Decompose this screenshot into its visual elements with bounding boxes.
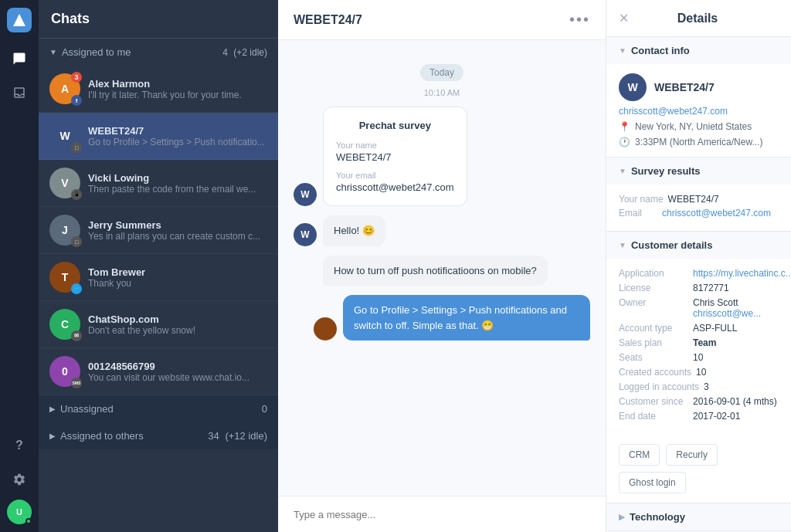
more-options-icon[interactable]: ••• — [569, 11, 590, 29]
chat-info-alex: Alex Harmon I'll try it later. Thank you… — [88, 78, 267, 100]
customer-details-chevron-icon: ▼ — [619, 241, 626, 249]
contact-time: 3:33PM (North America/New...) — [635, 137, 762, 147]
nav-logo — [7, 8, 32, 32]
chat-name-chatshop: ChatShop.com — [88, 313, 267, 325]
facebook-platform-icon: f — [71, 95, 82, 106]
location-icon: 📍 — [619, 121, 630, 132]
chat-info-jerry: Jerry Summers Yes in all plans you can c… — [88, 219, 267, 242]
chat-name-sms: 001248566799 — [88, 361, 267, 372]
recurly-button[interactable]: Recurly — [666, 444, 718, 466]
unassigned-chevron-icon: ▶ — [49, 405, 56, 413]
chat-list: A 3 f Alex Harmon I'll try it later. Tha… — [39, 66, 278, 395]
survey-card: Prechat survey Your name WEBET24/7 Your … — [323, 107, 467, 206]
survey-email-value: chrisscott@webet247.com — [336, 181, 454, 193]
ghost-login-button[interactable]: Ghost login — [619, 472, 686, 493]
chat-item-vicki[interactable]: V 📱 Vicki Lowing Then paste the code fro… — [39, 160, 278, 207]
survey-results-body: Your name WEBET24/7 Email chrisscott@web… — [606, 185, 791, 231]
owner-email-link[interactable]: chrisscott@we... — [693, 308, 761, 319]
license-label: License — [619, 283, 688, 293]
nav-chat-icon[interactable] — [5, 45, 33, 73]
unassigned-count: 0 — [262, 403, 267, 415]
chat-preview-chatshop: Don't eat the yellow snow! — [88, 325, 267, 336]
chat-item-jerry[interactable]: J □ Jerry Summers Yes in all plans you c… — [39, 207, 278, 254]
assigned-to-me-section[interactable]: ▼ Assigned to me 4 (+2 idle) — [39, 39, 278, 66]
nav-help-icon[interactable]: ? — [5, 432, 33, 459]
sms-platform-icon: SMS — [71, 378, 82, 388]
seats-value: 10 — [693, 352, 703, 363]
customer-since-label: Customer since — [619, 396, 688, 407]
unassigned-section[interactable]: ▶ Unassigned 0 — [39, 395, 278, 422]
contact-time-row: 🕐 3:33PM (North America/New...) — [619, 137, 779, 147]
chat-item-sms[interactable]: 0 SMS 001248566799 You can visit our web… — [39, 348, 278, 395]
nav-user-avatar[interactable]: U — [7, 500, 32, 524]
contact-info-chevron-icon: ▼ — [619, 46, 626, 55]
seats-label: Seats — [619, 352, 688, 363]
chat-preview-alex: I'll try it later. Thank you for your ti… — [88, 90, 267, 100]
email-platform-icon-chatshop: ✉ — [71, 330, 82, 341]
question-message-row: How to turn off push notificatioons on m… — [294, 256, 590, 286]
customer-details-body: Application https://my.livechatinc.c... … — [606, 259, 791, 435]
contact-info-header[interactable]: ▼ Contact info — [606, 37, 791, 64]
crm-button[interactable]: CRM — [619, 444, 660, 466]
end-date-value: 2017-02-01 — [693, 411, 740, 422]
survey-sender-avatar: W — [294, 183, 317, 206]
nav-settings-icon[interactable] — [5, 466, 33, 493]
chat-header: WEBET24/7 ••• — [278, 0, 606, 40]
chat-avatar-sms: 0 SMS — [49, 356, 80, 387]
chat-item-tom[interactable]: T 🐦 Tom Brewer Thank you — [39, 254, 278, 301]
logged-accounts-label: Logged in accounts — [619, 381, 699, 392]
application-row: Application https://my.livechatinc.c... — [619, 268, 779, 279]
action-buttons: CRM Recurly Ghost login — [606, 435, 791, 503]
assigned-others-section[interactable]: ▶ Assigned to others 34 (+12 idle) — [39, 422, 278, 449]
chat-header-actions[interactable]: ••• — [569, 11, 590, 29]
technology-header[interactable]: ▶ Technology — [606, 503, 791, 530]
details-panel: ✕ Details ▼ Contact info W WEBET24/7 chr… — [606, 0, 791, 532]
logged-accounts-row: Logged in accounts 3 — [619, 381, 779, 392]
chat-avatar-vicki: V 📱 — [49, 168, 80, 198]
nav-inbox-icon[interactable] — [5, 79, 33, 107]
question-bubble: How to turn off push notificatioons on m… — [323, 256, 548, 286]
contact-location: New York, NY, Unietd States — [635, 121, 752, 132]
contact-info-section: ▼ Contact info W WEBET24/7 chrisscott@we… — [606, 37, 791, 158]
online-indicator — [25, 518, 32, 524]
hello-message-row: W Hello! 😊 — [294, 215, 590, 246]
customer-details-header[interactable]: ▼ Customer details — [606, 232, 791, 259]
main-chat: WEBET24/7 ••• Today 10:10 AM W Prechat s… — [278, 0, 606, 532]
sales-plan-label: Sales plan — [619, 337, 688, 348]
application-link[interactable]: https://my.livechatinc.c... — [693, 268, 791, 279]
chat-name-vicki: Vicki Lowing — [88, 172, 267, 184]
customer-since-row: Customer since 2016-09-01 (4 mths) — [619, 396, 779, 407]
sales-plan-row: Sales plan Team — [619, 337, 779, 348]
owner-label: Owner — [619, 297, 688, 308]
customer-since-value: 2016-09-01 (4 mths) — [693, 396, 777, 407]
owner-name: Chris Scott chrisscott@we... — [693, 297, 779, 319]
details-close-icon[interactable]: ✕ — [619, 11, 629, 25]
contact-name-row: W WEBET24/7 — [619, 73, 779, 101]
chat-name-webet: WEBET24/7 — [88, 125, 267, 137]
chat-info-tom: Tom Brewer Thank you — [88, 266, 267, 289]
date-label: Today — [420, 64, 463, 81]
survey-email-result-value[interactable]: chrisscott@webet247.com — [662, 208, 771, 219]
details-title: Details — [677, 12, 718, 25]
assigned-others-chevron-icon: ▶ — [49, 432, 56, 440]
account-type-label: Account type — [619, 323, 688, 334]
chat-item-alex-harmon[interactable]: A 3 f Alex Harmon I'll try it later. Tha… — [39, 66, 278, 113]
survey-results-header[interactable]: ▼ Survey results — [606, 158, 791, 185]
chat-header-title: WEBET24/7 — [294, 13, 362, 27]
customer-details-label: Customer details — [631, 239, 712, 251]
survey-results-chevron-icon: ▼ — [619, 167, 626, 175]
chat-info-webet: WEBET24/7 Go to Profile > Settings > Pus… — [88, 125, 267, 147]
message-input[interactable] — [294, 509, 590, 520]
reply-bubble: Go to Profile > Settings > Push notifica… — [343, 295, 590, 341]
end-date-label: End date — [619, 411, 688, 422]
details-header: ✕ Details — [606, 0, 791, 37]
account-type-row: Account type ASP-FULL — [619, 323, 779, 334]
technology-chevron-icon: ▶ — [619, 513, 625, 521]
chat-preview-vicki: Then paste the code from the email we... — [88, 184, 267, 195]
hello-sender-avatar: W — [294, 223, 317, 246]
contact-email-link[interactable]: chrisscott@webet247.com — [619, 106, 779, 117]
contact-info-body: W WEBET24/7 chrisscott@webet247.com 📍 Ne… — [606, 64, 791, 157]
chat-item-chatshop[interactable]: C ✉ ChatShop.com Don't eat the yellow sn… — [39, 301, 278, 348]
chat-item-webet[interactable]: W □ WEBET24/7 Go to Profile > Settings >… — [39, 113, 278, 160]
survey-name-row: Your name WEBET24/7 — [619, 194, 779, 205]
